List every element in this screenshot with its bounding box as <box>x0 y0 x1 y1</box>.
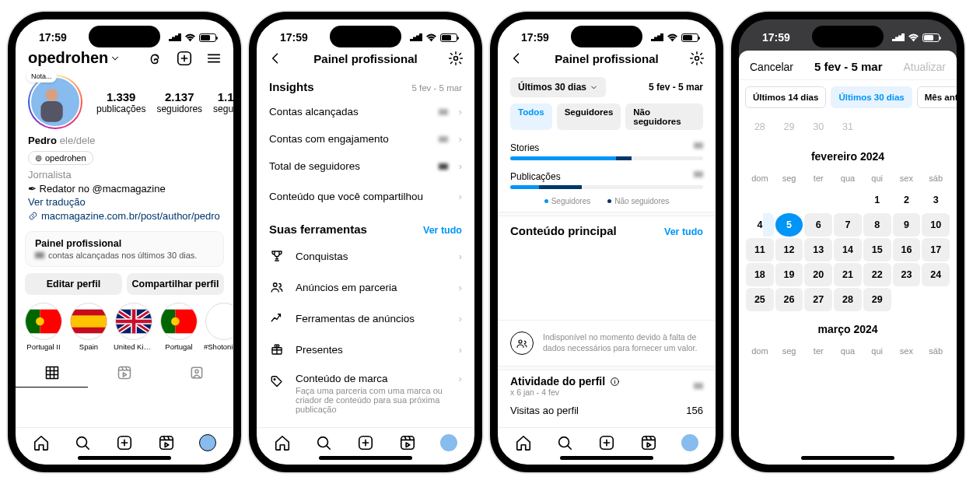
range-30d[interactable]: Últimos 30 dias <box>831 86 912 108</box>
row-accounts-reached[interactable]: Contas alcançadas› <box>257 98 474 125</box>
cancel-button[interactable]: Cancelar <box>750 61 793 73</box>
calendar-day[interactable]: 1 <box>863 188 891 212</box>
menu-icon[interactable] <box>205 50 222 67</box>
calendar-day[interactable]: 6 <box>804 213 832 237</box>
edit-profile-button[interactable]: Editar perfil <box>25 273 122 295</box>
translate-link[interactable]: Ver tradução <box>28 195 221 209</box>
settings-icon[interactable] <box>448 51 464 66</box>
stat-following[interactable]: 1.157 seguindo <box>213 90 233 114</box>
note-bubble[interactable]: Nota... <box>26 70 57 82</box>
nav-home-icon[interactable] <box>274 434 291 451</box>
bio-url[interactable]: macmagazine.com.br/post/author/pedro <box>28 209 221 223</box>
nav-home-icon[interactable] <box>515 434 532 451</box>
calendar-day[interactable]: 27 <box>804 288 832 311</box>
pro-dashboard-card[interactable]: Painel profissional contas alcançadas no… <box>25 231 224 267</box>
calendar-day[interactable]: 14 <box>834 238 862 261</box>
calendar-day[interactable]: 4 <box>746 213 774 237</box>
nav-create-icon[interactable] <box>116 434 133 451</box>
calendar-day[interactable]: 21 <box>834 263 862 286</box>
highlight-item[interactable]: #ShotoniPh... <box>204 303 233 351</box>
calendar-day[interactable]: 16 <box>893 238 921 261</box>
nav-home-icon[interactable] <box>33 434 50 451</box>
calendar-day[interactable]: 30 <box>804 115 832 139</box>
profile-username-dropdown[interactable]: opedrohen <box>28 49 121 67</box>
calendar-day[interactable]: 25 <box>746 288 774 311</box>
calendar-day[interactable]: 18 <box>746 263 774 286</box>
nav-search-icon[interactable] <box>556 434 573 451</box>
range-prev-month[interactable]: Mês anterior <box>917 86 957 108</box>
nav-profile-icon[interactable] <box>681 434 698 451</box>
nav-reels-icon[interactable] <box>158 434 175 451</box>
info-icon[interactable] <box>610 377 620 387</box>
calendar-day[interactable]: 2 <box>893 188 921 212</box>
profile-avatar[interactable] <box>28 75 82 129</box>
update-button[interactable]: Atualizar <box>904 61 946 73</box>
top-content-viewall[interactable]: Ver tudo <box>664 226 703 237</box>
stat-posts[interactable]: 1.339 publicações <box>96 90 145 114</box>
calendar-day[interactable]: 24 <box>922 263 950 286</box>
row-partner-ads[interactable]: Anúncios em parceria› <box>257 272 474 303</box>
row-accounts-engaged[interactable]: Contas com engajamento› <box>257 125 474 153</box>
filter-all[interactable]: Todos <box>510 103 552 130</box>
filter-followers[interactable]: Seguidores <box>557 103 621 130</box>
calendar-day[interactable]: 31 <box>834 115 862 139</box>
share-profile-button[interactable]: Compartilhar perfil <box>127 273 224 295</box>
filter-nonfollowers[interactable]: Não seguidores <box>625 103 703 130</box>
date-range-label: 5 fev - 5 mar <box>649 82 703 93</box>
tab-tagged[interactable] <box>161 359 233 388</box>
calendar-day[interactable]: 23 <box>893 263 921 286</box>
row-ad-tools[interactable]: Ferramentas de anúncios› <box>257 303 474 334</box>
calendar-day[interactable]: 8 <box>863 213 891 237</box>
settings-icon[interactable] <box>689 51 705 66</box>
calendar-day[interactable]: 5 <box>775 213 803 237</box>
calendar-day[interactable]: 15 <box>863 238 891 261</box>
row-shared-content[interactable]: Conteúdo que você compartilhou› <box>257 180 474 210</box>
metric-posts-row[interactable]: Publicações <box>510 171 703 182</box>
row-branded-content[interactable]: Conteúdo de marcaFaça uma parceria com u… <box>257 365 474 422</box>
calendar-day[interactable]: 29 <box>775 115 803 139</box>
calendar-day[interactable]: 13 <box>804 238 832 261</box>
nav-create-icon[interactable] <box>357 434 374 451</box>
row-gifts[interactable]: Presentes› <box>257 334 474 365</box>
highlight-item[interactable]: Portugal II <box>23 303 64 351</box>
nav-search-icon[interactable] <box>315 434 332 451</box>
threads-chip[interactable]: ⊚opedrohen <box>28 151 93 166</box>
nav-profile-icon[interactable] <box>199 434 216 451</box>
date-range-button[interactable]: Últimos 30 dias <box>510 77 606 97</box>
calendar-day[interactable]: 26 <box>775 288 803 311</box>
nav-reels-icon[interactable] <box>399 434 416 451</box>
nav-reels-icon[interactable] <box>640 434 657 451</box>
calendar-day[interactable]: 12 <box>775 238 803 261</box>
calendar-day[interactable]: 7 <box>834 213 862 237</box>
nav-search-icon[interactable] <box>74 434 91 451</box>
back-button[interactable] <box>509 51 524 66</box>
tab-grid[interactable] <box>16 359 88 388</box>
create-icon[interactable] <box>176 50 193 67</box>
row-achievements[interactable]: Conquistas› <box>257 240 474 272</box>
calendar-day[interactable]: 17 <box>922 238 950 261</box>
highlights-row[interactable]: Portugal II Spain United King... Portuga… <box>16 295 233 351</box>
calendar-day[interactable]: 28 <box>834 288 862 311</box>
row-total-followers[interactable]: Total de seguidores› <box>257 153 474 180</box>
range-14d[interactable]: Últimos 14 dias <box>745 86 826 108</box>
nav-create-icon[interactable] <box>598 434 615 451</box>
threads-icon[interactable] <box>146 50 163 67</box>
back-button[interactable] <box>268 51 283 66</box>
highlight-item[interactable]: Portugal <box>159 303 199 351</box>
tools-viewall[interactable]: Ver tudo <box>423 225 462 236</box>
calendar-day[interactable]: 28 <box>746 115 774 139</box>
calendar-day[interactable]: 19 <box>775 263 803 286</box>
calendar-day[interactable]: 20 <box>804 263 832 286</box>
tab-reels[interactable] <box>88 359 160 388</box>
calendar-day[interactable]: 29 <box>863 288 891 311</box>
metric-stories-row[interactable]: Stories <box>510 142 703 153</box>
calendar-day[interactable]: 11 <box>746 238 774 261</box>
calendar-day[interactable]: 3 <box>922 188 950 212</box>
calendar-day[interactable]: 22 <box>863 263 891 286</box>
stat-followers[interactable]: 2.137 seguidores <box>156 90 202 114</box>
highlight-item[interactable]: United King... <box>114 303 154 351</box>
nav-profile-icon[interactable] <box>440 434 457 451</box>
highlight-item[interactable]: Spain <box>68 303 109 351</box>
calendar-day[interactable]: 9 <box>893 213 921 237</box>
calendar-day[interactable]: 10 <box>922 213 950 237</box>
